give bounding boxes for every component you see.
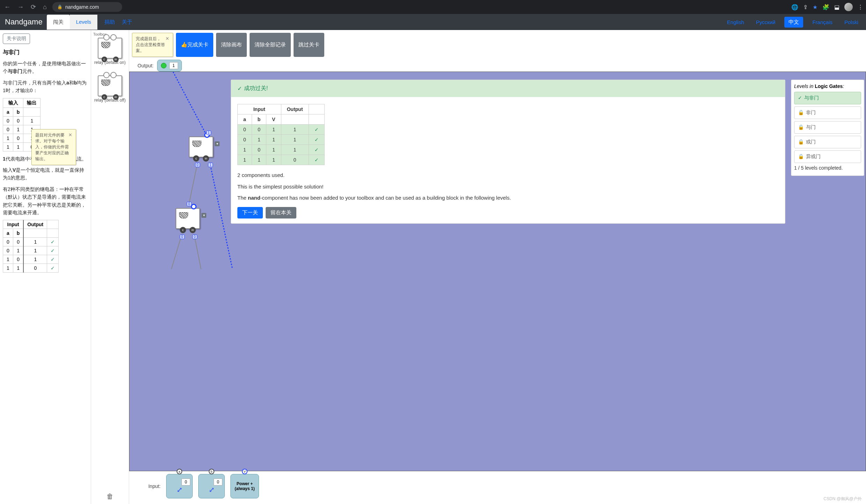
chevron-down-icon[interactable]: ▾	[215, 141, 220, 146]
watermark: CSDN @御风@户外	[823, 496, 862, 502]
output-label: Output:	[133, 63, 154, 68]
switch-icon: ⤢	[177, 486, 183, 494]
address-bar[interactable]: 🔒 nandgame.com	[52, 2, 122, 12]
clear-canvas-button[interactable]: 清除画布	[216, 33, 247, 57]
input-power: V Power + (always 1)	[230, 474, 259, 498]
lock-icon: 🔒	[798, 110, 804, 115]
toolbox-label: Toolbox	[93, 32, 127, 36]
table-row: 0111✓	[238, 135, 325, 145]
canvas-area: ✕ 完成题目后，点击这里检查答案。 👍完成关卡 清除画布 清除全部记录 跳过关卡…	[129, 30, 866, 504]
table-row: 011✓	[3, 246, 59, 255]
level-p5: 有2种不同类型的继电器：一种在平常（默认）状态下是导通的，需要电流来把它关断。另…	[3, 185, 88, 217]
skip-button[interactable]: 跳过关卡	[294, 33, 324, 57]
url-text: nandgame.com	[65, 4, 99, 10]
lock-icon: 🔒	[57, 5, 62, 9]
lock-icon: 🔒	[798, 154, 804, 159]
level-item-xor[interactable]: 🔒异或门	[794, 150, 861, 163]
lang-pl[interactable]: Polski	[842, 18, 861, 27]
result-simplest: This is the simplest possible solution!	[237, 183, 779, 191]
table-row: 1110✓	[238, 155, 325, 165]
level-item-and[interactable]: 🔒与门	[794, 121, 861, 134]
close-icon[interactable]: ✕	[68, 132, 72, 138]
chevron-down-icon[interactable]: ▾	[201, 213, 206, 218]
profile-avatar[interactable]	[844, 3, 853, 11]
canvas-relay-1[interactable]: c in ▾	[189, 136, 213, 157]
bookmark-star-icon[interactable]: ★	[813, 4, 817, 10]
sidebar: 关卡说明 与非门 你的第一个任务，是使用继电器做出一个与非门元件。 与非门元件，…	[0, 30, 91, 504]
canvas[interactable]: c in ▾ 1 0 1 c in ▾ 0 0 0 ✓成功过关!	[129, 72, 866, 471]
tooltip-requirements: ✕ 题目对元件的要求。对于每个输入，你做的元件需要产生对应的正确输出。	[31, 129, 76, 165]
signal-tag: 0	[187, 202, 192, 206]
level-p4: 输入V是一个恒定电流，就是一直保持为1的意思。	[3, 166, 88, 182]
levels-panel: Levels in Logic Gates: ✓与非门 🔒非门 🔒与门 🔒或门 …	[791, 80, 864, 176]
level-p1: 你的第一个任务，是使用继电器做出一个与非门元件。	[3, 60, 88, 75]
lang-ru[interactable]: Русский	[753, 18, 778, 27]
browser-reload-icon[interactable]: ⟳	[29, 2, 37, 12]
levels-title: Levels in Logic Gates:	[794, 83, 861, 89]
input-label: Input:	[133, 483, 161, 489]
link-about[interactable]: 关于	[122, 19, 132, 25]
toolbar: ✕ 完成题目后，点击这里检查答案。 👍完成关卡 清除画布 清除全部记录 跳过关卡	[129, 30, 866, 60]
table-row: 101✓	[3, 255, 59, 264]
levels-count: 1 / 5 levels completed.	[794, 165, 861, 171]
clear-all-button[interactable]: 清除全部记录	[250, 33, 291, 57]
signal-tag: 0	[192, 235, 197, 239]
lang-en[interactable]: English	[724, 18, 747, 27]
lock-icon: 🔒	[798, 124, 804, 130]
result-components: 2 components used.	[237, 171, 779, 179]
check-icon: ✓	[237, 85, 242, 92]
canvas-relay-2[interactable]: c in ▾	[176, 208, 200, 229]
extensions-icon[interactable]: 🧩	[822, 4, 829, 10]
level-title: 与非门	[3, 49, 88, 56]
table-row: 0011✓	[238, 125, 325, 135]
table-row: 1011✓	[238, 145, 325, 155]
result-panel: ✓成功过关! InputOutput abV 0011✓ 0111✓ 1011✓…	[231, 80, 785, 224]
translate-icon[interactable]: 🌐	[791, 4, 798, 10]
result-table: InputOutput abV 0011✓ 0111✓ 1011✓ 1110✓	[237, 104, 325, 165]
menu-dots-icon[interactable]: ⋮	[858, 4, 863, 10]
level-item-not[interactable]: 🔒非门	[794, 106, 861, 119]
level-p2: 与非门元件，只有当两个输入a和b均为1时，才输出0：	[3, 79, 88, 95]
result-nand: The nand-component has now been added to…	[237, 194, 779, 202]
tab-levels[interactable]: Levels	[70, 15, 97, 30]
brand: Nandgame	[5, 17, 43, 27]
truth-table-2: InputOutput ab 001✓ 011✓ 101✓ 110✓	[3, 220, 59, 273]
table-row: 001	[3, 116, 40, 125]
input-b[interactable]: b 0 ⤢	[198, 474, 225, 498]
signal-tag: 0	[195, 163, 200, 167]
toolbox: Toolbox cin relay (default on) cin relay…	[91, 30, 129, 504]
switch-icon: ⤢	[209, 486, 215, 494]
share-icon[interactable]: ⇪	[803, 4, 808, 10]
check-icon: ✓	[798, 95, 802, 101]
close-icon[interactable]: ✕	[165, 36, 169, 41]
table-row: 001✓	[3, 238, 59, 246]
lang-zh[interactable]: 中文	[784, 17, 803, 28]
browser-home-icon[interactable]: ⌂	[42, 2, 48, 12]
next-level-button[interactable]: 下一关	[237, 207, 263, 218]
browser-forward-icon[interactable]: →	[16, 2, 25, 12]
table-row: 110✓	[3, 264, 59, 273]
check-button[interactable]: 👍完成关卡	[176, 33, 213, 57]
tab-play[interactable]: 闯关	[47, 15, 70, 30]
input-a[interactable]: a 0 ⤢	[166, 474, 193, 498]
signal-tag: 0	[180, 235, 185, 239]
download-icon[interactable]: ⬓	[834, 4, 839, 10]
output-value: 1	[169, 62, 178, 69]
component-relay-on[interactable]: cin relay (default on)	[93, 38, 127, 65]
lock-icon: 🔒	[798, 139, 804, 144]
browser-back-icon[interactable]: ←	[3, 2, 12, 12]
trash-icon[interactable]: 🗑	[106, 492, 113, 501]
stay-button[interactable]: 留在本关	[266, 207, 296, 218]
signal-tag: 1	[208, 163, 213, 167]
output-chip: 1	[157, 60, 182, 72]
level-item-nand[interactable]: ✓与非门	[794, 92, 861, 104]
browser-chrome: ← → ⟳ ⌂ 🔒 nandgame.com 🌐 ⇪ ★ 🧩 ⬓ ⋮	[0, 0, 866, 14]
lang-fr[interactable]: Français	[809, 18, 835, 27]
tooltip-check: ✕ 完成题目后，点击这里检查答案。	[132, 33, 173, 57]
level-item-or[interactable]: 🔒或门	[794, 136, 861, 148]
link-donate[interactable]: 捐助	[104, 19, 115, 25]
signal-tag: 1	[206, 131, 211, 135]
component-relay-off[interactable]: cin relay (default off)	[93, 75, 127, 103]
led-icon	[161, 63, 166, 68]
level-description-button[interactable]: 关卡说明	[3, 34, 30, 44]
